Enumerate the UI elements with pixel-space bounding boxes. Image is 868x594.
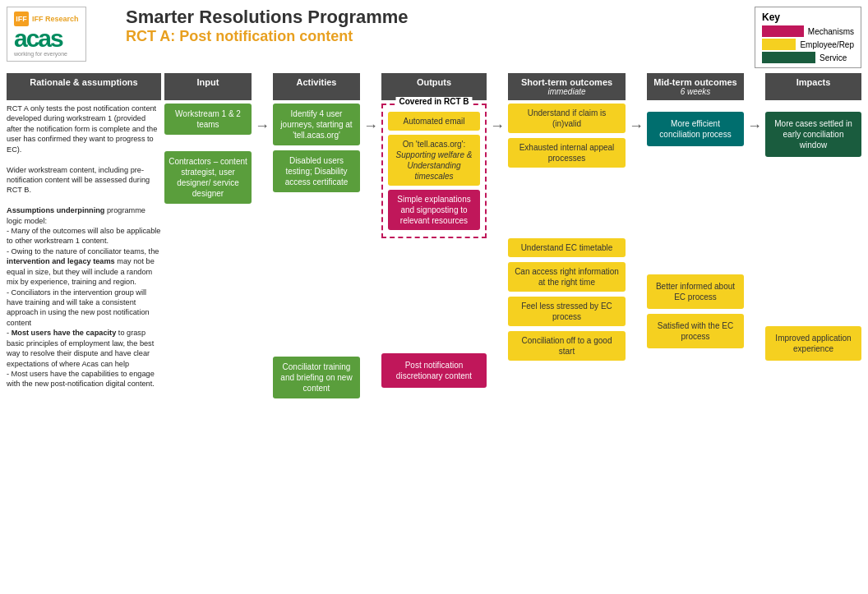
impact-box-1: More cases settled in early conciliation… <box>765 112 861 157</box>
input-box-2: Contractors – content strategist, user d… <box>164 151 252 204</box>
col-header-rationale: Rationale & assumptions <box>7 73 161 100</box>
key-mechanisms: Mechanisms <box>762 25 854 37</box>
activity-box-1: Identify 4 user journeys, starting at 't… <box>273 104 360 145</box>
col-header-short: Short-term outcomes immediate <box>508 73 626 100</box>
key-service: Service <box>762 52 854 63</box>
main-title: Smarter Resolutions Programme <box>126 7 755 28</box>
col-header-impacts: Impacts <box>765 73 861 100</box>
mid-box-3: Satisfied with the EC process <box>647 314 744 348</box>
logo-sub: working for everyone <box>14 51 79 57</box>
short-box-1: Understand if claim is (in)valid <box>508 104 626 133</box>
col-header-mid: Mid-term outcomes 6 weeks <box>647 73 744 100</box>
input-box-1: Workstream 1 & 2 teams <box>164 104 252 135</box>
title-area: Smarter Resolutions Programme RCT A: Pos… <box>113 7 755 45</box>
arrow-input-activities: → <box>255 104 270 133</box>
logo-area: IFF IFF Research acas working for everyo… <box>7 7 113 62</box>
col-header-activities: Activities <box>273 73 360 100</box>
output-box-3: Simple explanations and signposting to r… <box>388 190 480 230</box>
mid-box-2: Better informed about EC process <box>647 274 744 309</box>
short-box-6: Conciliation off to a good start <box>508 331 626 361</box>
short-box-3: Understand EC timetable <box>508 238 626 257</box>
arrow-activities-outputs: → <box>363 104 378 133</box>
arrow-mid-impacts: → <box>747 104 762 133</box>
short-box-4: Can access right information at the righ… <box>508 262 626 292</box>
short-box-5: Feel less stressed by EC process <box>508 297 626 326</box>
impacts-column: More cases settled in early conciliation… <box>765 104 861 361</box>
short-term-column: Understand if claim is (in)valid Exhaust… <box>508 104 626 361</box>
page: IFF IFF Research acas working for everyo… <box>0 0 868 594</box>
mid-box-1: More efficient conciliation process <box>647 112 744 146</box>
arrow-outputs-short: → <box>490 104 505 133</box>
rationale-column: RCT A only tests the post notification c… <box>7 104 161 389</box>
outputs-column: Covered in RCT B Automated email On 'tel… <box>381 104 487 388</box>
output-box-1: Automated email <box>388 112 480 131</box>
output-box-2: On 'tell.acas.org': Supporting welfare &… <box>388 135 480 186</box>
logo-iff-text: IFF Research <box>32 15 79 23</box>
activities-column: Identify 4 user journeys, starting at 't… <box>273 104 360 398</box>
impact-box-2: Improved application experience <box>765 326 861 361</box>
short-box-2: Exhausted internal appeal processes <box>508 138 626 168</box>
key-employee: Employee/Rep <box>762 39 854 50</box>
output-post-notification: Post notification discretionary content <box>381 353 487 388</box>
sub-title: RCT A: Post notification content <box>126 28 755 45</box>
rct-b-label: Covered in RCT B <box>395 97 472 106</box>
key-title: Key <box>762 12 854 23</box>
input-column: Workstream 1 & 2 teams Contractors – con… <box>164 104 252 204</box>
mid-term-column: More efficient conciliation process Bett… <box>647 104 744 348</box>
key-box: Key Mechanisms Employee/Rep Service <box>755 7 861 68</box>
col-header-input: Input <box>164 73 252 100</box>
activity-box-3: Conciliator training and briefing on new… <box>273 357 360 398</box>
activity-box-2: Disabled users testing; Disability acces… <box>273 150 360 192</box>
rct-b-container: Covered in RCT B Automated email On 'tel… <box>381 104 487 238</box>
arrow-short-mid: → <box>629 104 644 133</box>
logo-acas: acas <box>14 26 79 51</box>
